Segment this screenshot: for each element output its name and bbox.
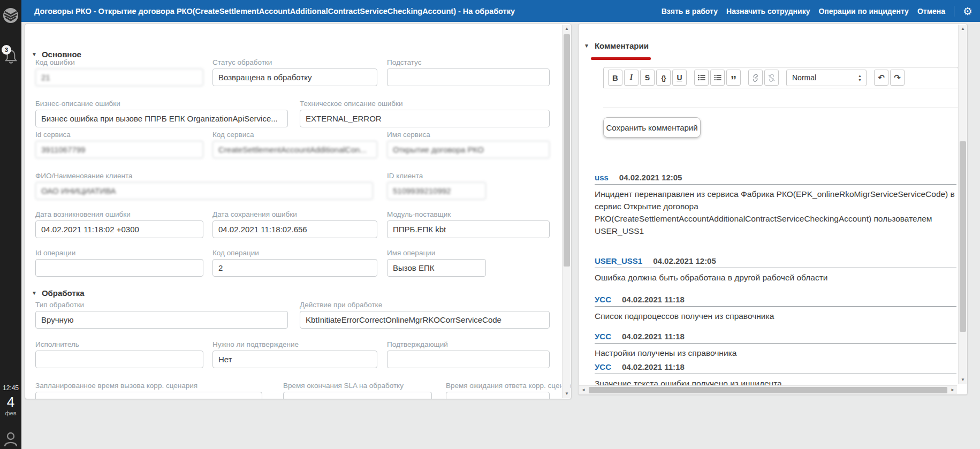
clock-time: 12:45 [0, 384, 21, 392]
confirmer-input[interactable] [387, 351, 550, 368]
scroll-left-icon[interactable]: ◄ [579, 386, 588, 394]
comment-item: УСС 04.02.2021 11:18 Список подпроцессов… [595, 295, 956, 322]
operation-code-input[interactable] [212, 259, 377, 277]
comment-author[interactable]: USER_USS1 [595, 256, 642, 265]
field-confirmer: Подтверждающий [387, 340, 550, 368]
strikethrough-button[interactable]: S [640, 70, 655, 86]
comment-date: 04.02.2021 12:05 [653, 256, 716, 265]
business-description-input[interactable] [35, 110, 288, 127]
spinner-arrows-icon: ▲▼ [858, 74, 862, 82]
operation-name-input[interactable] [387, 259, 486, 277]
field-label: Дата возникновения ошибки [35, 210, 203, 219]
confirmation-needed-input[interactable] [212, 351, 377, 368]
error-date-input[interactable] [35, 220, 203, 238]
take-to-work-button[interactable]: Взять в работу [662, 7, 718, 16]
field-operation-code: Код операции [212, 249, 377, 277]
service-name-input[interactable] [387, 141, 550, 158]
topbar-divider [954, 6, 954, 17]
field-label: Тип обработки [35, 301, 288, 309]
field-label: Техническое описание ошибки [300, 100, 550, 108]
save-date-input[interactable] [212, 220, 377, 238]
field-processing-status: Статус обработки [212, 58, 377, 86]
page-title: Договоры РКО - Открытие договора РКО(Cre… [34, 7, 515, 16]
field-label: Исполнитель [35, 340, 203, 349]
redo-button[interactable]: ↷ [890, 70, 905, 86]
comments-horizontal-scrollbar[interactable]: ◄ ► [579, 385, 957, 394]
section-main-header[interactable]: ▼ Основное [32, 50, 81, 59]
sla-time-input[interactable] [283, 392, 432, 399]
processing-action-input[interactable] [300, 311, 550, 329]
section-title: Обработка [42, 288, 85, 298]
field-label: Подстатус [387, 58, 550, 67]
field-error-date: Дата возникновения ошибки [35, 210, 203, 238]
comment-author[interactable]: УСС [595, 332, 611, 341]
ordered-list-icon[interactable] [710, 70, 725, 86]
processing-type-input[interactable] [35, 311, 288, 329]
field-operation-id: Id операции [35, 249, 203, 277]
save-comment-button[interactable]: Сохранить комментарий [603, 117, 701, 138]
field-processing-action: Действие при обработке [300, 301, 550, 329]
notifications-bell-icon[interactable]: 3 [4, 49, 18, 67]
scroll-up-icon[interactable]: ▲ [959, 25, 967, 33]
field-label: Подтверждающий [387, 340, 550, 349]
scrollbar-thumb[interactable] [589, 387, 947, 393]
scroll-down-icon[interactable]: ▼ [563, 390, 571, 398]
processing-status-input[interactable] [212, 69, 377, 86]
field-label: Время окончания SLA на обработку [283, 382, 432, 390]
bullet-list-icon[interactable] [694, 70, 709, 86]
incident-operations-button[interactable]: Операции по инциденту [818, 7, 908, 16]
cancel-button[interactable]: Отмена [917, 7, 945, 16]
settings-gear-icon[interactable]: ⚙ [963, 6, 973, 17]
collapse-triangle-icon: ▼ [584, 43, 589, 49]
format-select-value: Normal [792, 73, 816, 82]
scrollbar-thumb[interactable] [960, 141, 966, 332]
comment-editor-input[interactable] [603, 88, 959, 108]
user-profile-icon[interactable] [4, 431, 18, 448]
comments-vertical-scrollbar[interactable]: ▲ ▼ [958, 25, 967, 384]
field-label: Модуль-поставщик [387, 210, 550, 219]
field-business-description: Бизнес-описание ошибки [35, 100, 288, 127]
format-select[interactable]: Normal ▲▼ [786, 70, 867, 86]
form-vertical-scrollbar[interactable]: ▲ ▼ [562, 25, 571, 398]
underline-button[interactable]: U [672, 70, 687, 86]
client-id-input[interactable] [387, 182, 486, 200]
scroll-right-icon[interactable]: ► [948, 386, 957, 394]
section-processing-header[interactable]: ▼ Обработка [32, 288, 85, 298]
comment-author[interactable]: УСС [595, 362, 611, 371]
module-input[interactable] [387, 220, 550, 238]
field-label: Id операции [35, 249, 203, 257]
comments-header[interactable]: ▼ Комментарии [584, 41, 649, 50]
scroll-down-icon[interactable]: ▼ [959, 376, 967, 384]
scroll-up-icon[interactable]: ▲ [563, 25, 571, 33]
wait-time-input[interactable] [446, 392, 550, 399]
comment-date: 04.02.2021 11:18 [622, 332, 685, 341]
collapse-triangle-icon: ▼ [32, 51, 37, 57]
field-save-date: Дата сохранения ошибки [212, 210, 377, 238]
sber-logo-icon[interactable] [3, 7, 19, 26]
substatus-input[interactable] [387, 69, 550, 86]
field-label: Дата сохранения ошибки [212, 210, 377, 219]
technical-description-input[interactable] [300, 110, 550, 127]
comment-text: Ошибка должна быть обработана в другой р… [595, 271, 956, 284]
bold-button[interactable]: B [608, 70, 622, 86]
assign-employee-button[interactable]: Назначить сотруднику [726, 7, 810, 16]
comment-date: 04.02.2021 12:05 [619, 173, 682, 182]
italic-button[interactable]: I [624, 70, 639, 86]
executor-input[interactable] [35, 351, 203, 368]
service-id-input[interactable] [35, 141, 203, 158]
client-name-input[interactable] [35, 182, 373, 200]
link-icon[interactable] [748, 70, 763, 86]
undo-button[interactable]: ↶ [874, 70, 888, 86]
error-code-input[interactable] [35, 69, 203, 86]
field-sla-time: Время окончания SLA на обработку [283, 382, 432, 399]
incident-form-panel: ▼ Основное Код ошибки Статус обработки П… [25, 24, 572, 399]
comment-author[interactable]: uss [595, 173, 609, 182]
scheduled-time-input[interactable] [35, 392, 262, 399]
operation-id-input[interactable] [35, 259, 203, 277]
code-button[interactable]: {} [656, 70, 671, 86]
scrollbar-thumb[interactable] [564, 34, 570, 267]
comment-author[interactable]: УСС [595, 295, 611, 304]
blockquote-button[interactable]: ” [726, 70, 741, 86]
service-code-input[interactable] [212, 141, 377, 158]
unlink-icon[interactable] [764, 70, 779, 86]
